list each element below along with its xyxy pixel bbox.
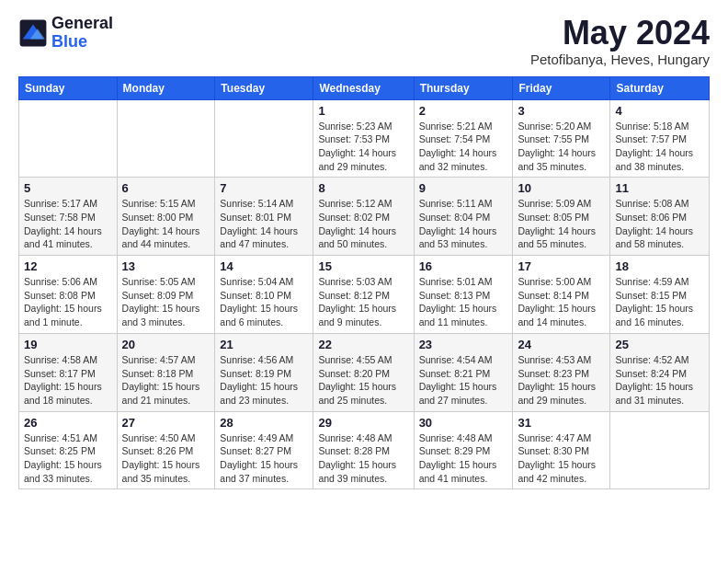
day-number: 2 bbox=[419, 104, 508, 118]
day-number: 13 bbox=[122, 259, 210, 273]
day-info: Sunrise: 5:18 AM Sunset: 7:57 PM Dayligh… bbox=[615, 120, 704, 174]
day-cell: 2Sunrise: 5:21 AM Sunset: 7:54 PM Daylig… bbox=[414, 99, 513, 178]
day-number: 3 bbox=[518, 104, 605, 118]
day-info: Sunrise: 4:48 AM Sunset: 8:29 PM Dayligh… bbox=[419, 431, 508, 486]
day-cell: 7Sunrise: 5:14 AM Sunset: 8:01 PM Daylig… bbox=[215, 178, 313, 256]
day-cell: 1Sunrise: 5:23 AM Sunset: 7:53 PM Daylig… bbox=[313, 99, 414, 178]
day-info: Sunrise: 4:51 AM Sunset: 8:25 PM Dayligh… bbox=[24, 431, 112, 486]
day-info: Sunrise: 5:23 AM Sunset: 7:53 PM Dayligh… bbox=[318, 120, 408, 174]
day-cell: 11Sunrise: 5:08 AM Sunset: 8:06 PM Dayli… bbox=[610, 178, 710, 256]
day-number: 30 bbox=[419, 416, 508, 430]
header-cell-friday: Friday bbox=[513, 76, 610, 99]
calendar-table: SundayMondayTuesdayWednesdayThursdayFrid… bbox=[18, 76, 710, 490]
day-number: 18 bbox=[615, 259, 704, 273]
day-number: 20 bbox=[122, 338, 210, 351]
day-info: Sunrise: 5:01 AM Sunset: 8:13 PM Dayligh… bbox=[419, 275, 508, 329]
day-info: Sunrise: 5:04 AM Sunset: 8:10 PM Dayligh… bbox=[220, 275, 308, 329]
day-cell: 12Sunrise: 5:06 AM Sunset: 8:08 PM Dayli… bbox=[19, 256, 118, 334]
day-cell: 14Sunrise: 5:04 AM Sunset: 8:10 PM Dayli… bbox=[215, 256, 313, 334]
header: General Blue May 2024 Petofibanya, Heves… bbox=[18, 15, 710, 67]
day-info: Sunrise: 5:14 AM Sunset: 8:01 PM Dayligh… bbox=[220, 197, 308, 251]
day-number: 17 bbox=[518, 259, 605, 273]
day-number: 4 bbox=[615, 104, 704, 118]
day-number: 19 bbox=[24, 338, 112, 351]
day-info: Sunrise: 5:20 AM Sunset: 7:55 PM Dayligh… bbox=[518, 120, 605, 174]
day-info: Sunrise: 4:53 AM Sunset: 8:23 PM Dayligh… bbox=[518, 353, 605, 408]
day-info: Sunrise: 4:58 AM Sunset: 8:17 PM Dayligh… bbox=[24, 353, 112, 408]
week-row-2: 5Sunrise: 5:17 AM Sunset: 7:58 PM Daylig… bbox=[19, 178, 710, 256]
day-info: Sunrise: 5:08 AM Sunset: 8:06 PM Dayligh… bbox=[615, 197, 704, 251]
day-info: Sunrise: 5:03 AM Sunset: 8:12 PM Dayligh… bbox=[318, 275, 408, 329]
day-info: Sunrise: 4:49 AM Sunset: 8:27 PM Dayligh… bbox=[220, 431, 308, 486]
day-number: 1 bbox=[318, 104, 408, 118]
day-info: Sunrise: 5:12 AM Sunset: 8:02 PM Dayligh… bbox=[318, 197, 408, 251]
week-row-3: 12Sunrise: 5:06 AM Sunset: 8:08 PM Dayli… bbox=[19, 256, 710, 334]
day-info: Sunrise: 4:52 AM Sunset: 8:24 PM Dayligh… bbox=[615, 353, 704, 408]
day-info: Sunrise: 4:57 AM Sunset: 8:18 PM Dayligh… bbox=[122, 353, 210, 408]
day-number: 21 bbox=[220, 338, 308, 351]
day-cell: 25Sunrise: 4:52 AM Sunset: 8:24 PM Dayli… bbox=[610, 333, 710, 411]
day-number: 31 bbox=[518, 416, 605, 430]
day-cell: 31Sunrise: 4:47 AM Sunset: 8:30 PM Dayli… bbox=[513, 411, 610, 489]
day-number: 5 bbox=[24, 181, 112, 195]
day-number: 8 bbox=[318, 181, 408, 195]
day-cell: 8Sunrise: 5:12 AM Sunset: 8:02 PM Daylig… bbox=[313, 178, 414, 256]
day-cell bbox=[215, 99, 313, 178]
day-number: 15 bbox=[318, 259, 408, 273]
header-cell-thursday: Thursday bbox=[414, 76, 513, 99]
day-cell: 10Sunrise: 5:09 AM Sunset: 8:05 PM Dayli… bbox=[513, 178, 610, 256]
day-cell: 20Sunrise: 4:57 AM Sunset: 8:18 PM Dayli… bbox=[117, 333, 215, 411]
title-area: May 2024 Petofibanya, Heves, Hungary bbox=[530, 15, 710, 67]
logo-general-text: General bbox=[51, 15, 113, 33]
day-number: 27 bbox=[122, 416, 210, 430]
day-number: 10 bbox=[518, 181, 605, 195]
day-number: 9 bbox=[419, 181, 508, 195]
header-cell-sunday: Sunday bbox=[19, 76, 118, 99]
day-cell: 3Sunrise: 5:20 AM Sunset: 7:55 PM Daylig… bbox=[513, 99, 610, 178]
day-info: Sunrise: 4:48 AM Sunset: 8:28 PM Dayligh… bbox=[318, 431, 408, 486]
day-info: Sunrise: 5:15 AM Sunset: 8:00 PM Dayligh… bbox=[122, 197, 210, 251]
day-info: Sunrise: 4:56 AM Sunset: 8:19 PM Dayligh… bbox=[220, 353, 308, 408]
day-cell bbox=[117, 99, 215, 178]
day-cell: 24Sunrise: 4:53 AM Sunset: 8:23 PM Dayli… bbox=[513, 333, 610, 411]
header-cell-saturday: Saturday bbox=[610, 76, 710, 99]
day-number: 11 bbox=[615, 181, 704, 195]
day-cell: 19Sunrise: 4:58 AM Sunset: 8:17 PM Dayli… bbox=[19, 333, 118, 411]
day-info: Sunrise: 5:09 AM Sunset: 8:05 PM Dayligh… bbox=[518, 197, 605, 251]
day-cell bbox=[19, 99, 118, 178]
day-cell: 23Sunrise: 4:54 AM Sunset: 8:21 PM Dayli… bbox=[414, 333, 513, 411]
day-cell: 15Sunrise: 5:03 AM Sunset: 8:12 PM Dayli… bbox=[313, 256, 414, 334]
day-info: Sunrise: 4:50 AM Sunset: 8:26 PM Dayligh… bbox=[122, 431, 210, 486]
day-info: Sunrise: 5:00 AM Sunset: 8:14 PM Dayligh… bbox=[518, 275, 605, 329]
day-cell: 26Sunrise: 4:51 AM Sunset: 8:25 PM Dayli… bbox=[19, 411, 118, 489]
day-cell: 28Sunrise: 4:49 AM Sunset: 8:27 PM Dayli… bbox=[215, 411, 313, 489]
day-number: 29 bbox=[318, 416, 408, 430]
day-info: Sunrise: 5:17 AM Sunset: 7:58 PM Dayligh… bbox=[24, 197, 112, 251]
location-subtitle: Petofibanya, Heves, Hungary bbox=[530, 52, 710, 67]
day-number: 26 bbox=[24, 416, 112, 430]
logo-blue-text: Blue bbox=[51, 33, 113, 52]
logo-text: General Blue bbox=[51, 15, 113, 52]
header-cell-wednesday: Wednesday bbox=[313, 76, 414, 99]
day-info: Sunrise: 5:06 AM Sunset: 8:08 PM Dayligh… bbox=[24, 275, 112, 329]
day-number: 23 bbox=[419, 338, 508, 351]
header-cell-monday: Monday bbox=[117, 76, 215, 99]
header-cell-tuesday: Tuesday bbox=[215, 76, 313, 99]
day-cell: 30Sunrise: 4:48 AM Sunset: 8:29 PM Dayli… bbox=[414, 411, 513, 489]
day-cell: 27Sunrise: 4:50 AM Sunset: 8:26 PM Dayli… bbox=[117, 411, 215, 489]
day-info: Sunrise: 4:54 AM Sunset: 8:21 PM Dayligh… bbox=[419, 353, 508, 408]
header-row: SundayMondayTuesdayWednesdayThursdayFrid… bbox=[19, 76, 710, 99]
day-info: Sunrise: 5:21 AM Sunset: 7:54 PM Dayligh… bbox=[419, 120, 508, 174]
day-cell bbox=[610, 411, 710, 489]
day-number: 24 bbox=[518, 338, 605, 351]
day-number: 22 bbox=[318, 338, 408, 351]
day-number: 6 bbox=[122, 181, 210, 195]
day-info: Sunrise: 5:11 AM Sunset: 8:04 PM Dayligh… bbox=[419, 197, 508, 251]
day-info: Sunrise: 4:59 AM Sunset: 8:15 PM Dayligh… bbox=[615, 275, 704, 329]
day-cell: 13Sunrise: 5:05 AM Sunset: 8:09 PM Dayli… bbox=[117, 256, 215, 334]
day-number: 25 bbox=[615, 338, 704, 351]
day-info: Sunrise: 4:55 AM Sunset: 8:20 PM Dayligh… bbox=[318, 353, 408, 408]
day-cell: 4Sunrise: 5:18 AM Sunset: 7:57 PM Daylig… bbox=[610, 99, 710, 178]
day-cell: 29Sunrise: 4:48 AM Sunset: 8:28 PM Dayli… bbox=[313, 411, 414, 489]
day-info: Sunrise: 4:47 AM Sunset: 8:30 PM Dayligh… bbox=[518, 431, 605, 486]
